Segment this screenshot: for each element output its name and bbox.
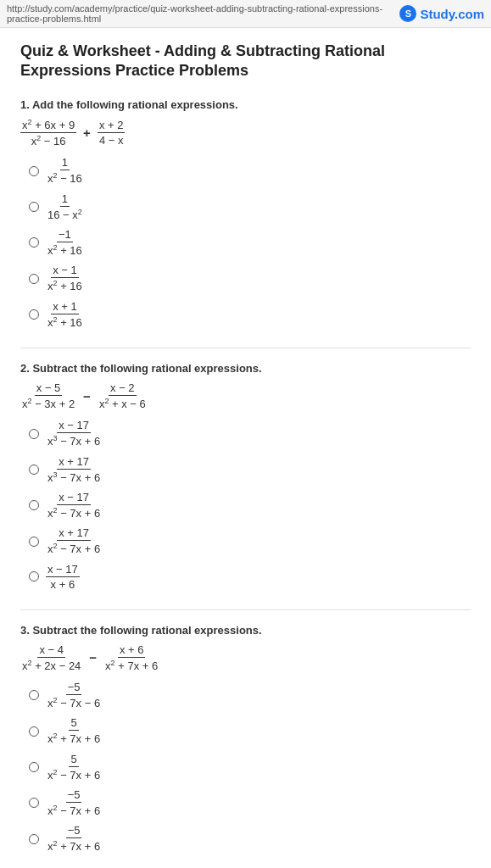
q2-option-d[interactable]: x + 17 x2 − 7x + 6 (29, 526, 471, 555)
q2-radio-b[interactable] (29, 465, 39, 475)
q1-radio-d[interactable] (29, 274, 39, 284)
q2-option-c[interactable]: x − 17 x2 − 7x + 6 (29, 491, 471, 520)
q3-label: 3. Subtract the following rational expre… (20, 624, 471, 637)
q1-frac1-den: x2 − 16 (30, 133, 68, 147)
q1-frac2-num: x + 2 (98, 119, 126, 133)
question-1: 1. Add the following rational expression… (20, 98, 471, 329)
q3-frac2: x + 6 x2 + 7x + 6 (103, 643, 159, 672)
url-text: http://study.com/academy/practice/quiz-w… (7, 3, 399, 24)
q2-ans-e: x − 17 x + 6 (46, 563, 80, 591)
q3-ans-e: −5 x2 + 7x + 6 (46, 824, 102, 853)
q1-ans-c: −1 x2 + 16 (46, 228, 84, 257)
question-2: 2. Subtract the following rational expre… (20, 362, 471, 591)
q3-option-b[interactable]: 5 x2 + 7x + 6 (29, 716, 471, 745)
question-3: 3. Subtract the following rational expre… (20, 624, 471, 854)
q1-plus-op: + (83, 125, 91, 140)
q2-options: x − 17 x3 − 7x + 6 x + 17 x3 − 7x + 6 x … (29, 419, 471, 590)
q3-frac1: x − 4 x2 + 2x − 24 (20, 643, 82, 672)
q1-frac1-num: x2 + 6x + 9 (20, 118, 76, 133)
q3-radio-c[interactable] (29, 762, 39, 772)
q2-ans-c: x − 17 x2 − 7x + 6 (46, 491, 102, 520)
q3-minus-op: − (89, 650, 97, 665)
q3-option-d[interactable]: −5 x2 − 7x + 6 (29, 788, 471, 817)
q2-label: 2. Subtract the following rational expre… (20, 362, 471, 375)
q2-ans-d: x + 17 x2 − 7x + 6 (46, 526, 102, 555)
q2-radio-a[interactable] (29, 429, 39, 439)
q3-options: −5 x2 − 7x − 6 5 x2 + 7x + 6 5 x2 − 7x +… (29, 681, 471, 854)
q1-radio-c[interactable] (29, 237, 39, 248)
q1-frac1: x2 + 6x + 9 x2 − 16 (20, 118, 76, 148)
q2-minus-op: − (83, 389, 91, 403)
q2-ans-b: x + 17 x3 − 7x + 6 (46, 455, 102, 484)
logo-icon: S (399, 5, 416, 22)
divider-2 (20, 609, 471, 610)
q2-expression: x − 5 x2 − 3x + 2 − x − 2 x2 + x − 6 (20, 381, 471, 410)
q1-option-e[interactable]: x + 1 x2 + 16 (29, 300, 471, 329)
q2-ans-a: x − 17 x3 − 7x + 6 (46, 419, 102, 448)
q3-ans-a: −5 x2 − 7x − 6 (46, 681, 102, 709)
q3-option-e[interactable]: −5 x2 + 7x + 6 (29, 824, 471, 853)
q1-option-c[interactable]: −1 x2 + 16 (29, 228, 471, 257)
divider-1 (20, 348, 471, 348)
q1-frac2-den: 4 − x (98, 133, 126, 147)
q1-ans-a: 1 x2 − 16 (46, 156, 84, 185)
q1-radio-a[interactable] (29, 166, 39, 176)
q2-option-a[interactable]: x − 17 x3 − 7x + 6 (29, 419, 471, 448)
q1-frac2: x + 2 4 − x (98, 119, 126, 147)
q2-radio-d[interactable] (29, 537, 39, 547)
q3-option-a[interactable]: −5 x2 − 7x − 6 (29, 681, 471, 709)
top-bar: http://study.com/academy/practice/quiz-w… (0, 0, 491, 28)
q3-ans-d: −5 x2 − 7x + 6 (46, 788, 102, 817)
q2-radio-c[interactable] (29, 500, 39, 510)
q1-expression: x2 + 6x + 9 x2 − 16 + x + 2 4 − x (20, 118, 471, 148)
q3-radio-d[interactable] (29, 798, 39, 808)
q1-option-b[interactable]: 1 16 − x2 (29, 192, 471, 221)
q1-radio-b[interactable] (29, 202, 39, 212)
main-content: Quiz & Worksheet - Adding & Subtracting … (0, 28, 491, 868)
q2-option-b[interactable]: x + 17 x3 − 7x + 6 (29, 455, 471, 484)
q3-ans-b: 5 x2 + 7x + 6 (46, 716, 102, 745)
logo: S Study.com (399, 5, 484, 22)
q1-ans-d: x − 1 x2 + 16 (46, 264, 84, 292)
q1-ans-b: 1 16 − x2 (46, 192, 84, 221)
q2-frac1: x − 5 x2 − 3x + 2 (20, 381, 76, 410)
q2-radio-e[interactable] (29, 571, 39, 581)
logo-text: Study.com (420, 7, 484, 21)
q1-option-d[interactable]: x − 1 x2 + 16 (29, 264, 471, 292)
q1-options: 1 x2 − 16 1 16 − x2 −1 x2 + 16 (29, 156, 471, 329)
q1-radio-e[interactable] (29, 309, 39, 320)
q3-radio-a[interactable] (29, 690, 39, 700)
q1-ans-e: x + 1 x2 + 16 (46, 300, 84, 329)
q1-label: 1. Add the following rational expression… (20, 98, 471, 111)
q3-radio-e[interactable] (29, 834, 39, 844)
q3-ans-c: 5 x2 − 7x + 6 (46, 753, 102, 782)
q3-radio-b[interactable] (29, 726, 39, 737)
q2-frac2: x − 2 x2 + x − 6 (98, 381, 148, 410)
q1-option-a[interactable]: 1 x2 − 16 (29, 156, 471, 185)
q2-option-e[interactable]: x − 17 x + 6 (29, 563, 471, 591)
q3-option-c[interactable]: 5 x2 − 7x + 6 (29, 753, 471, 782)
page-title: Quiz & Worksheet - Adding & Subtracting … (20, 42, 471, 81)
q3-expression: x − 4 x2 + 2x − 24 − x + 6 x2 + 7x + 6 (20, 643, 471, 672)
